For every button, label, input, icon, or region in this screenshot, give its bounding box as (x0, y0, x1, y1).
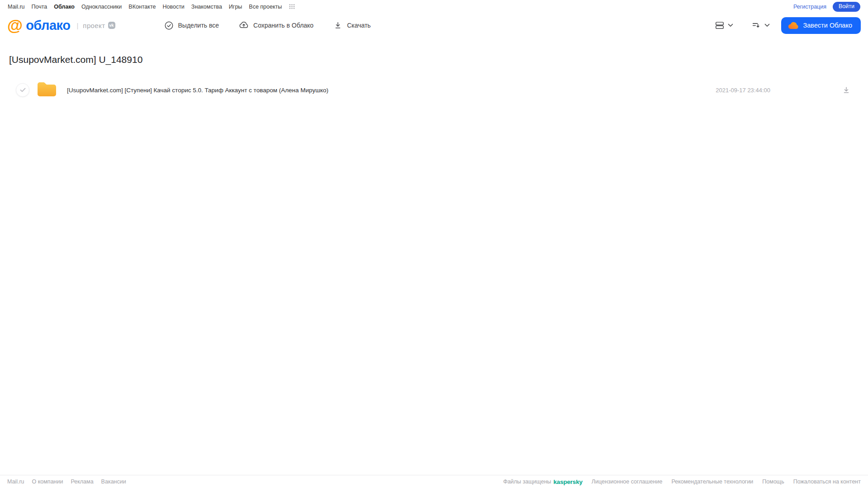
sort-control[interactable] (751, 20, 770, 30)
logo-divider: | (76, 22, 78, 29)
get-cloud-label: Завести Облако (803, 22, 852, 29)
cloud-upload-icon (239, 20, 249, 30)
register-link[interactable]: Регистрация (793, 4, 826, 10)
kaspersky-logo[interactable]: kaspersky (554, 479, 583, 485)
login-button[interactable]: Войти (833, 2, 860, 12)
cloud-icon (788, 21, 799, 29)
nav-mailru[interactable]: Mail.ru (8, 4, 25, 10)
footer-jobs-link[interactable]: Вакансии (101, 479, 126, 485)
appbar: @ облако | проект vk Выделить все (0, 12, 868, 38)
nav-odnoklassniki[interactable]: Одноклассники (81, 4, 122, 10)
nav-oblako[interactable]: Облако (54, 4, 75, 10)
chevron-down-icon (764, 24, 770, 27)
footer-right-links: Файлы защищены kaspersky Лицензионное со… (503, 479, 861, 485)
download-icon (842, 85, 851, 95)
save-to-cloud-label: Сохранить в Облако (253, 22, 313, 29)
mailru-at-icon: @ (7, 17, 23, 33)
save-to-cloud-button[interactable]: Сохранить в Облако (239, 20, 313, 30)
kaspersky-protected: Файлы защищены kaspersky (503, 479, 582, 485)
footer: Mail.ru О компании Реклама Вакансии Файл… (0, 475, 868, 488)
nav-novosti[interactable]: Новости (162, 4, 184, 10)
row-download-button[interactable] (842, 85, 851, 95)
row-checkbox[interactable] (16, 83, 29, 97)
appbar-right-controls: Завести Облако (715, 17, 861, 34)
select-all-label: Выделить все (178, 22, 219, 29)
download-button[interactable]: Скачать (333, 21, 371, 30)
nav-igry[interactable]: Игры (229, 4, 242, 10)
download-icon (333, 21, 342, 30)
page-title: [UsupovMarket.com] U_148910 (9, 54, 859, 65)
project-label: проект (83, 22, 105, 29)
sort-icon (751, 20, 761, 30)
logo-wordmark: облако (26, 19, 70, 32)
shared-folder-page: [UsupovMarket.com] U_148910 [UsupovMarke… (0, 38, 868, 475)
check-icon (20, 88, 26, 92)
footer-ads-link[interactable]: Реклама (71, 479, 93, 485)
projects-grid-icon[interactable] (289, 4, 295, 9)
footer-left-links: Mail.ru О компании Реклама Вакансии (7, 479, 126, 485)
nav-vse-proekty[interactable]: Все проекты (249, 4, 282, 10)
file-toolbar: Выделить все Сохранить в Облако Скачат (164, 20, 371, 30)
footer-mailru-link[interactable]: Mail.ru (7, 479, 24, 485)
cloud-logo[interactable]: @ облако | проект vk (7, 18, 115, 33)
check-circle-icon (164, 21, 174, 30)
file-row[interactable]: [UsupovMarket.com] [Ступени] Качай стори… (9, 79, 859, 101)
file-name[interactable]: [UsupovMarket.com] [Ступени] Качай стори… (67, 87, 716, 94)
list-view-icon (715, 20, 725, 30)
nav-pochta[interactable]: Почта (32, 4, 47, 10)
footer-help-link[interactable]: Помощь (762, 479, 784, 485)
get-cloud-button[interactable]: Завести Облако (781, 17, 861, 34)
footer-about-link[interactable]: О компании (32, 479, 63, 485)
portal-topbar: Mail.ru Почта Облако Одноклассники ВКонт… (0, 0, 868, 12)
vk-badge-icon: vk (108, 22, 115, 29)
protected-label: Файлы защищены (503, 479, 551, 485)
download-label: Скачать (347, 22, 371, 29)
auth-area: Регистрация Войти (793, 2, 860, 12)
chevron-down-icon (728, 24, 733, 27)
view-mode-control[interactable] (715, 20, 733, 30)
portal-nav: Mail.ru Почта Облако Одноклассники ВКонт… (8, 4, 295, 10)
footer-license-link[interactable]: Лицензионное соглашение (592, 479, 663, 485)
footer-recommendations-link[interactable]: Рекомендательные технологии (671, 479, 753, 485)
folder-icon (37, 81, 57, 100)
nav-znakomstva[interactable]: Знакомства (191, 4, 222, 10)
select-all-button[interactable]: Выделить все (164, 21, 219, 30)
footer-report-link[interactable]: Пожаловаться на контент (793, 479, 861, 485)
file-modified-date: 2021-09-17 23:44:00 (716, 87, 770, 94)
nav-vkontakte[interactable]: ВКонтакте (128, 4, 156, 10)
